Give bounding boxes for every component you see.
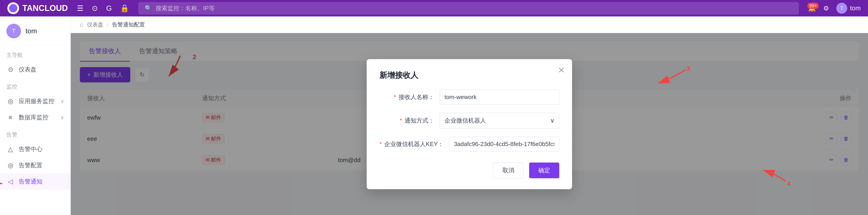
sidebar-item-app-monitor-label: 应用服务监控 <box>19 97 54 105</box>
page-content: 告警接收人 告警通知策略 + 新增接收人 ↻ <box>71 33 868 215</box>
modal-title: 新增接收人 <box>379 70 559 81</box>
sidebar-item-db-monitor[interactable]: ≡ 数据库监控 ∨ <box>0 109 70 126</box>
settings-icon[interactable]: ⚙ <box>823 5 829 12</box>
dashboard-icon: ⊙ <box>6 66 14 73</box>
modal-footer: 取消 确定 <box>379 162 559 178</box>
breadcrumb-current: 告警通知配置 <box>112 21 145 28</box>
sidebar-item-dashboard-label: 仪表盘 <box>19 65 36 73</box>
breadcrumb-home: 仪表盘 <box>87 21 103 28</box>
avatar: T <box>836 3 847 14</box>
sidebar-section-alert: 告警 <box>0 126 70 141</box>
sidebar: T tom 主导航 ⊙ 仪表盘 监控 ◎ 应用服务监控 ∨ ≡ 数据库监控 ∨ … <box>0 17 71 215</box>
modal-overlay: 3 新增接收人 ✕ * 接收人名称： <box>71 33 868 215</box>
sidebar-username: tom <box>26 27 37 35</box>
topnav-nav-icons: ☰ ⊙ G 🔒 <box>77 4 129 12</box>
topnav-right: 🔔 99+ ⚙ T tom <box>808 3 861 14</box>
app-monitor-icon: ◎ <box>6 97 14 105</box>
menu-icon[interactable]: ☰ <box>77 4 84 12</box>
logo-text: TANCLOUD <box>22 3 68 13</box>
search-input[interactable] <box>156 5 793 12</box>
username-display: tom <box>850 5 861 12</box>
main-content: ⌂ 仪表盘 / 告警通知配置 告警接收人 告警通知策略 + 新增接收人 <box>71 17 868 215</box>
sidebar-item-alert-center[interactable]: △ 告警中心 <box>0 141 70 157</box>
notify-select[interactable]: 企业微信机器人 ∨ <box>440 113 559 128</box>
name-input[interactable] <box>440 90 559 104</box>
name-label: * 接收人名称： <box>379 93 434 101</box>
alert-config-icon: ◎ <box>6 162 14 169</box>
modal-close-button[interactable]: ✕ <box>558 65 565 75</box>
arrow4-annotation: 4 <box>745 163 790 188</box>
key-label: * 企业微信机器人KEY： <box>379 140 443 148</box>
form-row-name: * 接收人名称： <box>379 90 559 104</box>
chevron-down-icon: ∨ <box>60 98 64 104</box>
sidebar-item-alert-config-label: 告警配置 <box>19 161 42 170</box>
alert-notify-icon: ◁ <box>6 178 14 185</box>
home-icon: ⌂ <box>80 22 83 28</box>
sidebar-item-dashboard[interactable]: ⊙ 仪表盘 <box>0 61 70 78</box>
sidebar-item-db-monitor-label: 数据库监控 <box>19 114 49 121</box>
notify-label: * 通知方式： <box>379 117 434 125</box>
chevron-down-icon-select: ∨ <box>550 117 555 124</box>
arrow3-annotation: 3 <box>644 65 690 89</box>
user-menu[interactable]: T tom <box>836 3 861 14</box>
sidebar-item-alert-notify[interactable]: ◁ 告警通知 1 <box>0 174 70 190</box>
search-bar[interactable]: 🔍 <box>138 2 799 14</box>
logo-icon <box>7 2 19 14</box>
sidebar-user: T tom <box>0 17 70 46</box>
notification-count: 99+ <box>807 3 819 9</box>
key-input[interactable] <box>449 137 559 152</box>
search-icon: 🔍 <box>145 5 152 12</box>
gitee-icon[interactable]: G <box>106 4 112 12</box>
confirm-button[interactable]: 确定 <box>529 162 559 178</box>
logo: TANCLOUD <box>7 2 68 14</box>
sidebar-item-alert-config[interactable]: ◎ 告警配置 <box>0 157 70 174</box>
layout: T tom 主导航 ⊙ 仪表盘 监控 ◎ 应用服务监控 ∨ ≡ 数据库监控 ∨ … <box>0 17 868 215</box>
sidebar-item-app-monitor[interactable]: ◎ 应用服务监控 ∨ <box>0 93 70 109</box>
lock-icon[interactable]: 🔒 <box>120 4 129 12</box>
sidebar-item-alert-notify-label: 告警通知 <box>19 178 42 186</box>
cancel-button[interactable]: 取消 <box>493 162 524 178</box>
modal-dialog: 新增接收人 ✕ * 接收人名称： * 通知方式： <box>367 59 572 189</box>
sidebar-section-monitor: 监控 <box>0 78 70 93</box>
form-row-notify: * 通知方式： 企业微信机器人 ∨ <box>379 113 559 128</box>
chevron-down-icon-db: ∨ <box>60 115 64 121</box>
sidebar-avatar: T <box>6 24 21 38</box>
db-monitor-icon: ≡ <box>6 114 14 121</box>
breadcrumb-separator: / <box>107 22 108 28</box>
breadcrumb: ⌂ 仪表盘 / 告警通知配置 <box>71 17 868 33</box>
sidebar-section-main: 主导航 <box>0 46 70 61</box>
topnav: TANCLOUD ☰ ⊙ G 🔒 🔍 🔔 99+ ⚙ T tom <box>0 0 868 17</box>
github-icon[interactable]: ⊙ <box>92 4 98 12</box>
notify-value: 企业微信机器人 <box>444 117 486 125</box>
notification-bell[interactable]: 🔔 99+ <box>808 5 816 12</box>
alert-center-icon: △ <box>6 145 14 153</box>
sidebar-item-alert-center-label: 告警中心 <box>19 145 42 153</box>
form-row-key: * 企业微信机器人KEY： <box>379 137 559 152</box>
